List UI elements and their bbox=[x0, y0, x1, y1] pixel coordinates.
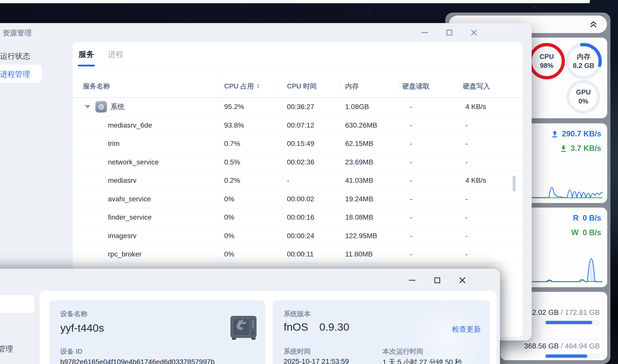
disk-read-cell: - bbox=[410, 190, 412, 208]
table-row[interactable]: mediasrv0.2%-41.03MB-4 KB/s bbox=[73, 171, 523, 190]
memory-cell: 630.26MB bbox=[345, 116, 377, 135]
tab-divider bbox=[73, 68, 523, 68]
column-header-disk-read[interactable]: 硬盘读取 bbox=[402, 75, 429, 97]
os-version-number: 0.9.30 bbox=[319, 321, 349, 333]
table-row[interactable]: ⚙系统95.2%00:36:271.08GB-4 KB/s bbox=[73, 98, 523, 116]
gpu-gauge[interactable]: GPU0% bbox=[566, 79, 601, 114]
column-header-service-name[interactable]: 服务名称 bbox=[83, 75, 110, 97]
disk-write-cell: - bbox=[465, 116, 468, 135]
os-name: fnOS bbox=[284, 321, 308, 333]
disk-read-cell: - bbox=[410, 171, 412, 190]
system-gear-icon: ⚙ bbox=[95, 101, 107, 113]
service-name-cell: finder_service bbox=[85, 208, 152, 227]
table-row[interactable]: trim0.7%00:15:4962.15MB-- bbox=[73, 135, 523, 153]
table-row[interactable]: imagesrv0%00:00:24122.95MB-- bbox=[73, 227, 523, 245]
download-speed: 3.7 KB/s bbox=[571, 144, 601, 153]
memory-cell: 62.15MB bbox=[345, 135, 373, 153]
disk-read-cell: - bbox=[410, 98, 412, 116]
sort-icon[interactable]: ▲▼ bbox=[257, 83, 260, 89]
table-row[interactable]: rpc_broker0%00:00:1111.80MB-- bbox=[73, 245, 523, 264]
service-name-cell: mediasrv bbox=[85, 171, 137, 190]
expand-caret-icon[interactable] bbox=[85, 105, 90, 109]
cpu-time-cell: - bbox=[287, 171, 289, 190]
check-update-link[interactable]: 检查更新 bbox=[452, 324, 481, 334]
disk-read-cell: - bbox=[410, 208, 412, 227]
cpu-time-cell: 00:00:11 bbox=[287, 245, 314, 263]
minimize-button[interactable] bbox=[407, 275, 417, 285]
maximize-button[interactable] bbox=[444, 28, 454, 38]
cpu-usage-cell: 0.2% bbox=[224, 171, 240, 190]
cpu-usage-cell: 0.5% bbox=[224, 153, 240, 171]
memory-cell: 18.08MB bbox=[345, 208, 373, 227]
cpu-gauge[interactable]: CPU98% bbox=[528, 42, 566, 80]
memory-cell: 41.03MB bbox=[345, 171, 373, 190]
cpu-time-cell: 00:00:24 bbox=[287, 227, 314, 245]
table-scrollbar-thumb[interactable] bbox=[513, 175, 516, 192]
system-time-label: 系统时间 bbox=[284, 347, 311, 356]
cpu-usage-cell: 93.8% bbox=[224, 116, 244, 135]
cpu-time-cell: 00:36:27 bbox=[287, 98, 314, 116]
table-row[interactable]: finder_service0%00:00:1618.08MB-- bbox=[73, 208, 523, 227]
upload-speed: 290.7 KB/s bbox=[562, 129, 601, 138]
system-version-card: 系统版本 fnOS 0.9.30 检查更新 系统时间 2025-10-17 21… bbox=[273, 300, 490, 364]
close-button[interactable] bbox=[469, 28, 479, 38]
disk-write-cell: 4 KB/s bbox=[465, 98, 486, 116]
disk-read-label: R bbox=[573, 214, 579, 223]
device-name-value: yyf-t440s bbox=[60, 322, 104, 334]
maximize-button[interactable] bbox=[432, 275, 442, 285]
disk-write-cell: 4 KB/s bbox=[465, 171, 486, 190]
gpu-gauge-label: GPU bbox=[576, 88, 591, 97]
tab-services[interactable]: 服务 bbox=[79, 49, 94, 60]
disk-write-cell: - bbox=[465, 190, 468, 208]
cpu-usage-cell: 0% bbox=[224, 190, 234, 208]
sidebar-item-process-management[interactable]: 进程管理 bbox=[0, 69, 30, 79]
service-name-cell: rpc_broker bbox=[85, 245, 142, 263]
memory-gauge-label: 内存 bbox=[577, 52, 590, 61]
disk-read-cell: - bbox=[410, 135, 412, 153]
uptime-value: 1 天 5 小时 27 分钟 50 秒 bbox=[383, 357, 462, 364]
memory-cell: 1.08GB bbox=[345, 98, 369, 116]
uptime-label: 本次运行时间 bbox=[383, 347, 423, 356]
system-time-value: 2025-10-17 21:53:59 bbox=[284, 357, 349, 364]
service-name-cell: network_service bbox=[85, 153, 159, 171]
service-name: rpc_broker bbox=[108, 250, 142, 258]
disk-write-cell: - bbox=[465, 153, 468, 171]
minimize-button[interactable] bbox=[420, 28, 430, 38]
disk-read-cell: - bbox=[410, 245, 412, 263]
memory-gauge[interactable]: 内存8.2 GB bbox=[565, 42, 602, 80]
service-name-cell: trim bbox=[85, 135, 120, 153]
disk-read-speed: 0 B/s bbox=[583, 214, 601, 223]
disk-read-cell: - bbox=[410, 153, 412, 171]
column-header-cpu-time[interactable]: CPU 时间 bbox=[287, 75, 317, 97]
memory-cell: 23.69MB bbox=[345, 153, 373, 171]
nas-device-icon bbox=[228, 315, 259, 340]
disk-write-cell: - bbox=[465, 135, 468, 153]
storage-1-total: / 172.81 GB bbox=[559, 308, 600, 316]
table-row[interactable]: avahi_service0%00:00:0219.24MB-- bbox=[73, 190, 523, 209]
upload-icon bbox=[551, 130, 558, 138]
active-tab-indicator bbox=[78, 65, 95, 66]
sidebar-item-running-status[interactable]: 运行状态 bbox=[0, 51, 30, 61]
download-icon bbox=[560, 145, 567, 152]
table-row[interactable]: mediasrv_6de93.8%00:07:12630.26MB-- bbox=[73, 116, 523, 135]
cpu-usage-cell: 95.2% bbox=[224, 98, 244, 116]
column-header-cpu-usage[interactable]: CPU 占用 ▲▼ bbox=[224, 75, 260, 97]
desktop: CPU98% 内存8.2 GB GPU0% bbox=[0, 0, 618, 364]
service-name: network_service bbox=[108, 158, 159, 166]
window-controls bbox=[420, 28, 479, 38]
storage-1-progressbar bbox=[545, 320, 600, 325]
storage-2-total: / 464.94 GB bbox=[559, 342, 600, 350]
sidebar-item-management[interactable]: 管理 bbox=[0, 344, 13, 354]
column-header-memory[interactable]: 内存 bbox=[345, 75, 359, 97]
column-header-disk-write[interactable]: 硬盘写入 bbox=[463, 75, 490, 97]
system-info-window: 管理 设备名称 yyf-t440s 设备 ID b9782e6165e04f10… bbox=[0, 269, 500, 364]
service-name-cell: avahi_service bbox=[85, 190, 151, 208]
close-button[interactable] bbox=[457, 275, 467, 285]
device-id-label: 设备 ID bbox=[60, 347, 83, 356]
memory-cell: 19.24MB bbox=[345, 190, 373, 208]
table-row[interactable]: network_service0.5%00:02:3623.69MB-- bbox=[73, 153, 523, 172]
tab-processes[interactable]: 进程 bbox=[108, 49, 123, 60]
collapse-drawer-button[interactable] bbox=[588, 19, 599, 30]
device-info-card: 设备名称 yyf-t440s 设备 ID b9782e6165e04f109e4… bbox=[49, 300, 265, 364]
disk-write-speed: 0 B/s bbox=[583, 228, 601, 237]
